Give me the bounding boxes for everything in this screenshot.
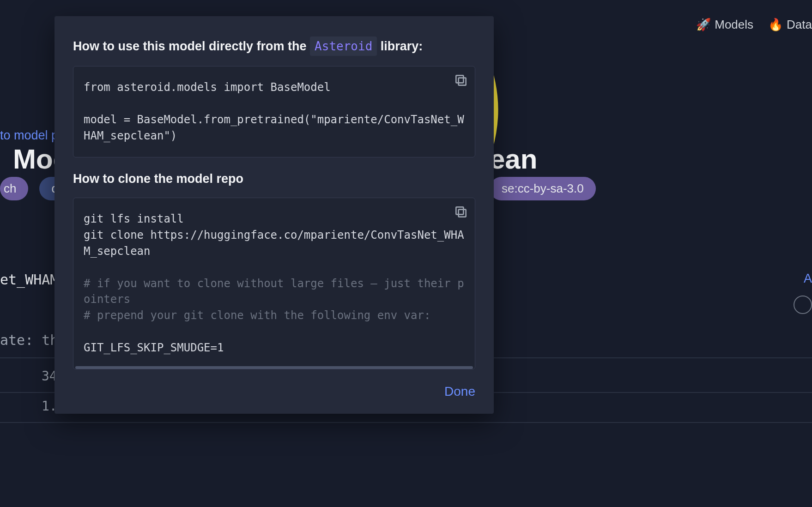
fire-icon: 🔥 (768, 18, 783, 32)
tag-license[interactable]: se:cc-by-sa-3.0 (490, 177, 596, 200)
svg-rect-3 (456, 207, 463, 215)
copy-icon[interactable] (454, 73, 468, 88)
rocket-icon: 🚀 (696, 18, 711, 32)
nav-models[interactable]: 🚀 Models (696, 18, 753, 32)
modal-heading-clone: How to clone the model repo (73, 170, 475, 188)
svg-rect-1 (456, 76, 463, 83)
svg-rect-0 (459, 78, 466, 85)
code-block-usage: from asteroid.models import BaseModel mo… (73, 66, 475, 157)
history-icon[interactable] (794, 296, 812, 314)
page-title-suffix: ean (490, 143, 537, 175)
nav-models-label: Models (715, 18, 753, 32)
top-nav: 🚀 Models 🔥 Data (696, 18, 812, 32)
library-chip: Asteroid (310, 36, 377, 56)
code-block-clone: git lfs install git clone https://huggin… (73, 198, 475, 369)
nav-data[interactable]: 🔥 Data (768, 18, 812, 32)
done-button[interactable]: Done (444, 384, 475, 399)
usage-modal: How to use this model directly from the … (55, 16, 494, 414)
action-link[interactable]: A (804, 272, 812, 286)
copy-icon[interactable] (454, 205, 468, 219)
heading-prefix: How to use this model directly from the (73, 39, 310, 53)
code-clone-cmd: git lfs install git clone https://huggin… (84, 212, 464, 258)
modal-footer: Done (73, 382, 475, 399)
modal-heading-usage: How to use this model directly from the … (73, 36, 475, 56)
code-clone[interactable]: git lfs install git clone https://huggin… (84, 211, 465, 356)
heading-suffix: library: (377, 39, 423, 53)
code-clone-env: GIT_LFS_SKIP_SMUDGE=1 (84, 341, 224, 354)
svg-rect-2 (459, 210, 466, 217)
tag-arch[interactable]: ch (0, 177, 28, 200)
code-clone-comment: # if you want to clone without large fil… (84, 277, 464, 322)
nav-data-label: Data (787, 18, 812, 32)
code-usage[interactable]: from asteroid.models import BaseModel mo… (84, 79, 465, 144)
